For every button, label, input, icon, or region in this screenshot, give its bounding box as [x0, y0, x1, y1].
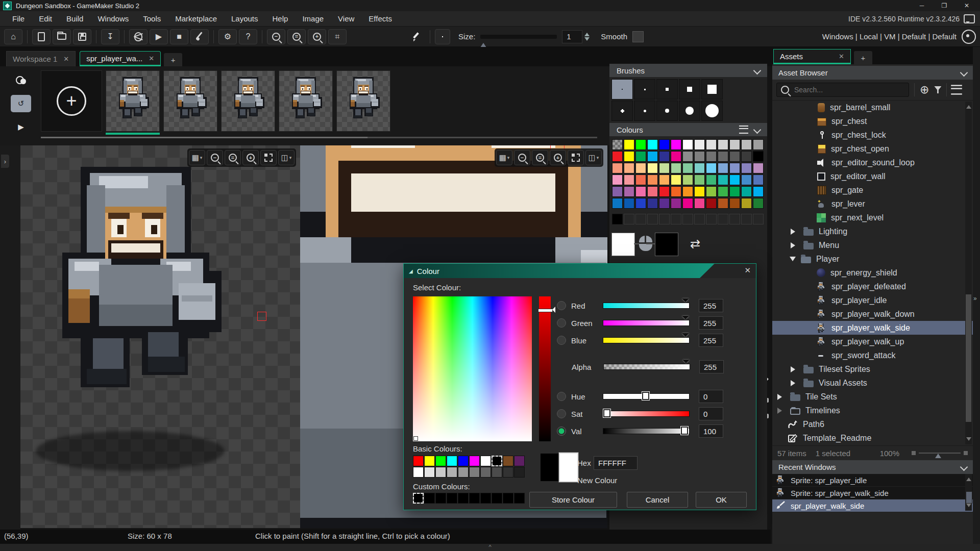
blue-value[interactable]: 255	[699, 334, 723, 347]
colour-swatch[interactable]	[753, 139, 764, 150]
colour-swatch[interactable]	[612, 151, 623, 162]
asset-browser-header[interactable]: Asset Browser	[772, 66, 973, 80]
colour-swatch[interactable]	[694, 151, 705, 162]
tree-scrollbar[interactable]	[965, 102, 972, 444]
asset-tree-item[interactable]: spr_editor_sound_loop	[772, 156, 973, 169]
colour-swatch[interactable]	[741, 174, 752, 185]
colour-swatch[interactable]	[612, 163, 623, 173]
colour-swatch[interactable]	[718, 139, 728, 150]
zoom-in-button[interactable]	[550, 150, 566, 165]
split-view-button[interactable]: ◫▾	[278, 150, 295, 165]
colour-swatch[interactable]	[635, 174, 646, 185]
colour-swatch[interactable]	[718, 151, 728, 162]
colour-swatch[interactable]	[671, 186, 681, 197]
colour-swatch[interactable]	[753, 163, 764, 173]
colour-swatch[interactable]	[706, 163, 717, 173]
colour-swatch[interactable]	[741, 163, 752, 173]
hue-value[interactable]: 0	[699, 390, 723, 403]
brush-cell[interactable]	[656, 101, 678, 121]
colour-swatch[interactable]	[729, 151, 740, 162]
menu-tools[interactable]: Tools	[136, 12, 168, 25]
scrollbar-thumb[interactable]	[966, 491, 972, 504]
colour-swatch[interactable]	[612, 139, 623, 150]
tab-workspace[interactable]: Workspace 1✕	[6, 51, 76, 66]
colour-swatch[interactable]	[682, 214, 693, 224]
val-slider[interactable]	[603, 428, 690, 434]
menu-windows[interactable]: Windows	[90, 12, 136, 25]
zoom-reset-button[interactable]	[225, 150, 241, 165]
frame-thumbnail-5[interactable]	[336, 70, 390, 132]
colour-swatch[interactable]	[729, 163, 740, 173]
red-slider[interactable]	[603, 303, 690, 309]
colour-swatch[interactable]	[647, 139, 658, 150]
colour-swatch[interactable]	[635, 163, 646, 173]
brush-cell[interactable]	[611, 79, 633, 99]
colour-swatch[interactable]	[659, 151, 670, 162]
pencil-tool-button[interactable]	[407, 29, 425, 44]
loop-playback-button[interactable]: ↺	[11, 95, 31, 112]
colour-swatch[interactable]	[624, 174, 634, 185]
colour-swatch[interactable]	[741, 198, 752, 209]
store-colour-button[interactable]: Store Colour	[529, 492, 617, 508]
asset-tree-item[interactable]: spr_next_level	[772, 211, 973, 224]
colour-swatch[interactable]	[469, 493, 480, 504]
colour-swatch[interactable]	[612, 214, 623, 224]
brush-cell[interactable]	[679, 79, 700, 99]
asset-zoom-slider[interactable]	[912, 450, 968, 456]
colour-swatch[interactable]	[706, 214, 717, 224]
green-slider[interactable]	[603, 320, 690, 326]
val-radio[interactable]	[557, 427, 566, 436]
colour-swatch[interactable]	[458, 456, 469, 466]
value-bar[interactable]	[539, 296, 551, 441]
dialog-close-icon[interactable]: ✕	[744, 266, 751, 275]
feedback-icon[interactable]	[964, 14, 975, 23]
green-value[interactable]: 255	[699, 316, 723, 330]
colour-swatch[interactable]	[503, 467, 513, 478]
colour-swatch[interactable]	[647, 174, 658, 185]
hex-input[interactable]: FFFFFF	[594, 456, 638, 470]
colour-swatch[interactable]	[682, 163, 693, 173]
colour-swatch[interactable]	[635, 139, 646, 150]
brushes-panel-header[interactable]: Brushes	[609, 64, 767, 77]
colour-swatch[interactable]	[413, 467, 424, 478]
colour-swatch[interactable]	[694, 214, 705, 224]
colour-swatch[interactable]	[647, 186, 658, 197]
colour-swatch[interactable]	[729, 139, 740, 150]
colour-swatch[interactable]	[682, 151, 693, 162]
smooth-checkbox[interactable]	[632, 31, 644, 42]
brush-size-value[interactable]: 1	[562, 30, 582, 43]
frame-thumbnail-2[interactable]	[163, 70, 217, 132]
brush-cell[interactable]	[701, 101, 723, 121]
colour-swatch[interactable]	[435, 493, 446, 504]
colour-swatch[interactable]	[694, 163, 705, 173]
colours-panel-header[interactable]: Colours	[609, 123, 767, 136]
brush-cell[interactable]	[656, 79, 678, 99]
asset-tree-item[interactable]: Template_Readme	[772, 431, 973, 445]
colour-swatch[interactable]	[671, 174, 681, 185]
colour-swatch[interactable]	[492, 467, 502, 478]
tab-assets[interactable]: Assets ✕	[773, 49, 851, 64]
colour-swatch[interactable]	[753, 214, 764, 224]
colour-swatch[interactable]	[659, 198, 670, 209]
asset-tree-folder[interactable]: Tile Sets	[772, 390, 973, 404]
asset-tree-item[interactable]: spr_player_walk_down	[772, 307, 973, 321]
colour-swatch[interactable]	[729, 186, 740, 197]
colour-swatch[interactable]	[729, 214, 740, 224]
menu-layouts[interactable]: Layouts	[224, 12, 265, 25]
colours-menu-icon[interactable]	[739, 126, 748, 134]
colour-swatch[interactable]	[458, 493, 469, 504]
colour-swatch[interactable]	[503, 493, 513, 504]
colour-swatch[interactable]	[694, 174, 705, 185]
colour-swatch[interactable]	[741, 151, 752, 162]
expander-arrow-icon[interactable]	[777, 394, 785, 400]
colour-swatch[interactable]	[413, 456, 424, 466]
colour-swatch[interactable]	[503, 456, 513, 466]
colour-swatch[interactable]	[447, 456, 457, 466]
colour-swatch[interactable]	[694, 198, 705, 209]
colour-swatch[interactable]	[624, 186, 634, 197]
colour-swatch[interactable]	[659, 139, 670, 150]
frame-thumbnail-3[interactable]	[221, 70, 275, 132]
asset-tree-item[interactable]: spr_chest	[772, 114, 973, 128]
search-input[interactable]	[776, 83, 909, 97]
alpha-slider[interactable]	[603, 364, 690, 370]
